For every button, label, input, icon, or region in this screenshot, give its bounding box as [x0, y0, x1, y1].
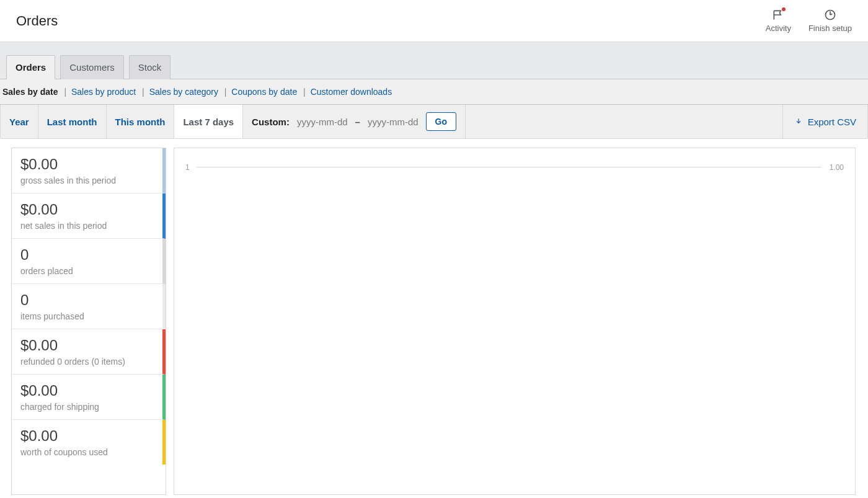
activity-label: Activity — [766, 24, 791, 33]
subnav-sales-by-product[interactable]: Sales by product — [71, 87, 136, 97]
axis-line — [197, 167, 822, 167]
subnav-sales-by-date[interactable]: Sales by date — [2, 87, 58, 97]
stat-label: charged for shipping — [20, 402, 154, 412]
finish-setup-button[interactable]: Finish setup — [808, 9, 852, 33]
date-to-input[interactable]: yyyy-mm-dd — [368, 117, 418, 127]
stat-value: $0.00 — [20, 337, 154, 354]
clock-icon — [824, 9, 836, 21]
subnav-coupons-by-date[interactable]: Coupons by date — [231, 87, 297, 97]
chart-panel: 1 1.00 — [174, 148, 856, 495]
stat-value: 0 — [20, 246, 154, 264]
export-csv-button[interactable]: Export CSV — [782, 105, 867, 138]
flag-icon — [772, 9, 784, 21]
date-dash: – — [355, 117, 360, 127]
date-from-input[interactable]: yyyy-mm-dd — [297, 117, 348, 127]
stat-value: $0.00 — [20, 156, 154, 173]
go-button[interactable]: Go — [426, 112, 456, 131]
range-last-7-days[interactable]: Last 7 days — [174, 105, 243, 138]
tab-customers[interactable]: Customers — [60, 55, 124, 79]
download-icon — [794, 117, 803, 126]
stat-label: refunded 0 orders (0 items) — [20, 357, 154, 367]
stat-item[interactable]: $0.00refunded 0 orders (0 items) — [12, 329, 166, 375]
stat-item[interactable]: $0.00gross sales in this period — [12, 148, 166, 193]
stat-label: net sales in this period — [20, 221, 154, 231]
subnav-customer-downloads[interactable]: Customer downloads — [311, 87, 392, 97]
activity-button[interactable]: Activity — [766, 9, 791, 33]
page-title: Orders — [16, 13, 58, 29]
stat-label: orders placed — [20, 266, 154, 276]
stat-label: gross sales in this period — [20, 176, 154, 185]
stat-item[interactable]: $0.00worth of coupons used — [12, 420, 166, 465]
export-csv-label: Export CSV — [808, 117, 856, 127]
stat-item[interactable]: 0items purchased — [12, 284, 166, 329]
stat-item[interactable]: 0orders placed — [12, 239, 166, 284]
stat-list: $0.00gross sales in this period$0.00net … — [11, 148, 166, 495]
tab-stock[interactable]: Stock — [129, 55, 171, 79]
finish-setup-label: Finish setup — [808, 24, 852, 33]
subnav-sales-by-category[interactable]: Sales by category — [149, 87, 218, 97]
stat-label: items purchased — [20, 311, 154, 321]
stat-value: $0.00 — [20, 427, 154, 445]
tab-orders[interactable]: Orders — [6, 55, 55, 79]
stat-value: $0.00 — [20, 382, 154, 399]
range-this-month[interactable]: This month — [107, 105, 175, 138]
stat-value: 0 — [20, 291, 154, 309]
range-year[interactable]: Year — [1, 105, 38, 138]
axis-tick-right: 1.00 — [830, 163, 844, 172]
custom-label: Custom: — [252, 117, 290, 127]
stat-value: $0.00 — [20, 201, 154, 218]
range-last-month[interactable]: Last month — [38, 105, 107, 138]
axis-tick-left: 1 — [185, 163, 190, 172]
stat-item[interactable]: $0.00net sales in this period — [12, 193, 166, 239]
stat-item[interactable]: $0.00charged for shipping — [12, 375, 166, 420]
stat-label: worth of coupons used — [20, 447, 154, 457]
